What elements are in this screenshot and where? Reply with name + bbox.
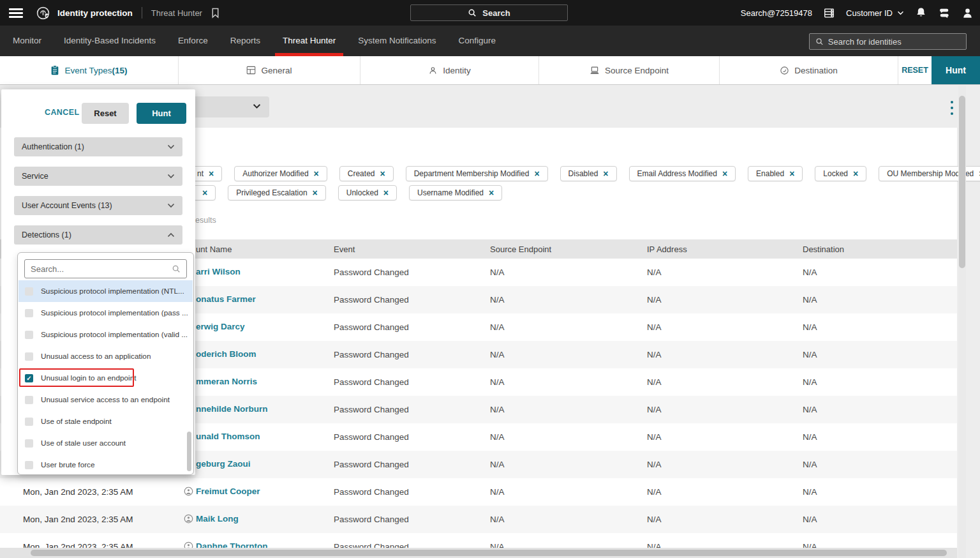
account-name-link[interactable]: Maik Long — [196, 514, 239, 524]
tab-general[interactable]: General — [179, 56, 360, 84]
filter-chip[interactable]: Username Modified× — [409, 185, 502, 200]
account-name-link[interactable]: erwig Darcy — [196, 322, 245, 331]
checkbox-unchecked[interactable] — [25, 287, 33, 296]
accordion-service[interactable]: Service — [14, 167, 182, 186]
nav-item-system-notifications[interactable]: System Notifications — [358, 26, 436, 56]
detection-option[interactable]: Unusual service access to an endpoint — [19, 389, 193, 411]
detection-option[interactable]: Unusual access to an application — [19, 345, 193, 367]
identity-search-box[interactable] — [809, 33, 967, 50]
accordion-detections[interactable]: Detections (1) — [14, 225, 182, 245]
remove-chip-icon[interactable]: × — [853, 170, 858, 177]
detection-option[interactable]: User brute force — [19, 454, 193, 476]
hunt-button[interactable]: Hunt — [932, 56, 980, 84]
nav-item-configure[interactable]: Configure — [459, 26, 496, 56]
remove-chip-icon[interactable]: × — [314, 170, 319, 177]
nav-item-reports[interactable]: Reports — [230, 26, 260, 56]
bookmark-icon[interactable] — [211, 8, 220, 19]
filter-chip[interactable]: Enabled× — [748, 166, 803, 181]
detection-option[interactable]: Suspicious protocol implementation (pass… — [19, 302, 193, 324]
reset-filters-button[interactable]: RESET — [898, 56, 932, 84]
accordion-user-account-events[interactable]: User Account Events (13) — [14, 196, 182, 215]
remove-chip-icon[interactable]: × — [202, 189, 207, 197]
nav-item-threat-hunter[interactable]: Threat Hunter — [283, 26, 336, 56]
chevron-down-icon — [167, 174, 175, 179]
more-options-kebab-icon[interactable] — [947, 101, 956, 115]
vertical-scrollbar[interactable] — [958, 86, 966, 558]
remove-chip-icon[interactable]: × — [603, 170, 608, 177]
account-name-link[interactable]: geburg Zaoui — [196, 459, 251, 469]
vertical-scrollbar-thumb[interactable] — [959, 96, 965, 268]
account-name-link[interactable]: oderich Bloom — [196, 349, 256, 359]
detection-option[interactable]: Use of stale endpoint — [19, 411, 193, 432]
remove-chip-icon[interactable]: × — [789, 170, 794, 177]
customer-id-label: Customer ID — [846, 8, 893, 18]
filter-chip[interactable]: Email Address Modified× — [629, 166, 736, 181]
remove-chip-icon[interactable]: × — [380, 170, 385, 177]
checkbox-unchecked[interactable] — [25, 352, 33, 361]
account-name-link[interactable]: arri Wilson — [196, 267, 241, 276]
cancel-button[interactable]: CANCEL — [45, 108, 79, 117]
account-name-link[interactable]: nnehilde Norburn — [196, 404, 268, 414]
panel-reset-button[interactable]: Reset — [82, 103, 129, 124]
account-name-link[interactable]: Daphne Thornton — [196, 541, 267, 548]
checkbox-unchecked[interactable] — [25, 461, 33, 469]
chevron-down-icon — [897, 11, 904, 15]
remove-chip-icon[interactable]: × — [383, 189, 389, 197]
accordion-authentication[interactable]: Authentication (1) — [14, 137, 182, 156]
notifications-bell-icon[interactable] — [915, 6, 927, 19]
account-name-link[interactable]: mmeran Norris — [196, 377, 257, 386]
horizontal-scrollbar[interactable] — [0, 548, 957, 558]
detection-option-selected[interactable]: ✓Unusual login to an endpoint — [19, 367, 193, 389]
detection-option[interactable]: Use of stale user account — [19, 432, 193, 454]
chat-messages-icon[interactable] — [938, 7, 951, 19]
hamburger-menu-icon[interactable] — [9, 8, 23, 18]
remove-chip-icon[interactable]: × — [489, 189, 494, 197]
account-name-link[interactable]: unald Thomson — [196, 432, 260, 441]
checkbox-unchecked[interactable] — [25, 396, 33, 404]
remove-chip-icon[interactable]: × — [313, 189, 318, 197]
tab-source-endpoint[interactable]: Source Endpoint — [539, 56, 720, 84]
checkbox-unchecked[interactable] — [25, 309, 33, 317]
filter-chip[interactable]: Authorizer Modified× — [234, 166, 327, 181]
account-search-label[interactable]: Search@72519478 — [741, 8, 812, 18]
tab-identity[interactable]: Identity — [360, 56, 539, 84]
filter-chips-row-2: × Privileged Escalation× Unlocked× Usern… — [189, 185, 502, 200]
detection-option[interactable]: Suspicious protocol implementation (NTL.… — [19, 280, 193, 302]
remove-chip-icon[interactable]: × — [722, 170, 727, 177]
checkbox-unchecked[interactable] — [25, 439, 33, 448]
top-app-bar: Identity protection Threat Hunter Search… — [0, 0, 980, 26]
tab-event-types-label: Event Types — [64, 66, 112, 75]
checkbox-checked[interactable]: ✓ — [25, 374, 33, 382]
detections-list-scrollbar-thumb[interactable] — [187, 432, 191, 471]
checkbox-unchecked[interactable] — [25, 331, 33, 339]
global-search-box[interactable]: Search — [410, 4, 568, 21]
tab-destination[interactable]: Destination — [720, 56, 898, 84]
panel-hunt-button[interactable]: Hunt — [137, 103, 186, 124]
filter-chip[interactable]: Created× — [339, 166, 394, 181]
account-name-link[interactable]: Freimut Cooper — [196, 486, 260, 496]
filter-chip[interactable]: Privileged Escalation× — [228, 185, 326, 200]
detections-search-input[interactable] — [31, 264, 168, 274]
nav-item-identity-based-incidents[interactable]: Identity-Based Incidents — [64, 26, 156, 56]
col-header-source-endpoint: Source Endpoint — [490, 239, 647, 259]
identity-search-input[interactable] — [828, 37, 960, 47]
search-icon — [172, 264, 181, 273]
filter-chip[interactable]: Locked× — [815, 166, 866, 181]
filter-chip[interactable]: Disabled× — [560, 166, 617, 181]
nav-item-enforce[interactable]: Enforce — [178, 26, 208, 56]
filter-chip[interactable]: Department Membership Modified× — [406, 166, 548, 181]
tab-event-types[interactable]: Event Types(15) — [0, 56, 179, 84]
server-stack-icon[interactable] — [823, 7, 835, 19]
horizontal-scrollbar-thumb[interactable] — [31, 550, 947, 556]
customer-id-dropdown[interactable]: Customer ID — [846, 8, 904, 18]
remove-chip-icon[interactable]: × — [534, 170, 539, 177]
nav-item-monitor[interactable]: Monitor — [13, 26, 41, 56]
user-profile-icon[interactable] — [961, 7, 974, 19]
remove-chip-icon[interactable]: × — [209, 170, 214, 177]
account-name-link[interactable]: onatus Farmer — [196, 294, 256, 304]
detections-search-box[interactable] — [24, 259, 187, 278]
user-avatar-icon — [184, 514, 193, 525]
filter-chip[interactable]: Unlocked× — [338, 185, 397, 200]
detection-option[interactable]: Suspicious protocol implementation (vali… — [19, 324, 193, 345]
checkbox-unchecked[interactable] — [25, 418, 33, 426]
